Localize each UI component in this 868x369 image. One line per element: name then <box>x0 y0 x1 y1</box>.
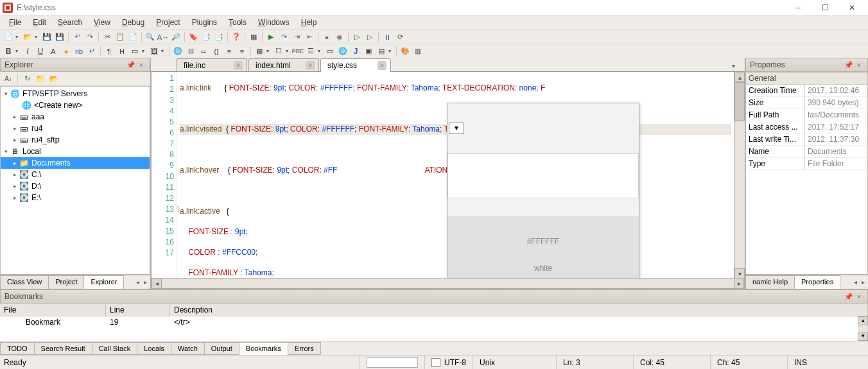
tree-drive-c[interactable]: ▸💽C:\ <box>1 169 150 180</box>
scroll-up-icon[interactable]: ▴ <box>734 72 745 82</box>
close-panel-icon[interactable]: × <box>137 60 146 69</box>
br-button[interactable]: ↵ <box>86 46 98 57</box>
stop-icon[interactable]: ⏸ <box>381 31 393 43</box>
replace-icon[interactable]: A↔ <box>157 31 169 43</box>
tree-ru4[interactable]: ▸🖴ru4 <box>1 123 150 134</box>
tree-create-new[interactable]: 🌐<Create new> <box>1 99 150 111</box>
color-button[interactable]: 🎨 <box>399 46 411 57</box>
bookmark-row[interactable]: Bookmark 19 </tr> <box>0 316 868 328</box>
scroll-down-icon[interactable]: ▾ <box>734 268 745 279</box>
restart-icon[interactable]: ⟳ <box>394 31 406 43</box>
tab-index-html[interactable]: index.html× <box>248 58 319 71</box>
script-button[interactable]: 🌐 <box>337 46 349 57</box>
new-file-dropdown[interactable]: ▾ <box>15 34 21 40</box>
play2-icon[interactable]: ▷ <box>364 31 376 43</box>
next-bookmark-icon[interactable]: 📑 <box>213 31 225 43</box>
open-dropdown[interactable]: ▾ <box>35 34 40 40</box>
step-into-icon[interactable]: ⇥ <box>291 31 302 43</box>
tree-documents[interactable]: ▸📁Documents <box>1 157 150 169</box>
heading-button[interactable]: H <box>116 46 128 57</box>
menu-windows[interactable]: Windows <box>253 17 295 28</box>
tab-todo[interactable]: TODO <box>0 342 35 355</box>
tab-scroll-right[interactable]: ▸ <box>859 279 867 286</box>
scroll-up-icon[interactable]: ▴ <box>858 316 868 325</box>
find-icon[interactable]: 🔍 <box>144 31 156 43</box>
undo-icon[interactable]: ↶ <box>71 31 83 43</box>
menu-project[interactable]: Project <box>151 17 185 28</box>
menu-view[interactable]: View <box>89 17 116 28</box>
folder-icon[interactable]: 📁 <box>35 73 46 85</box>
copy-icon[interactable]: 📋 <box>114 31 126 43</box>
paste-icon[interactable]: 📄 <box>127 31 139 43</box>
close-tab-icon[interactable]: × <box>234 61 243 70</box>
prop-row-full-path[interactable]: Full Pathtas/Documents <box>746 109 867 121</box>
tab-scroll-right[interactable]: ▸ <box>141 279 149 286</box>
find-in-files-icon[interactable]: 🔎 <box>170 31 182 43</box>
tab-output[interactable]: Output <box>204 342 239 355</box>
anchor-button[interactable]: ⊟ <box>185 46 196 57</box>
menu-help[interactable]: Help <box>296 17 322 28</box>
code-content[interactable]: a.link:link { FONT-SIZE: 9pt; COLOR: #FF… <box>177 72 734 278</box>
nbsp-button[interactable]: nb <box>73 46 85 57</box>
tab-class-view[interactable]: Class View <box>0 275 49 289</box>
align-left-button[interactable]: ≡ <box>223 46 235 57</box>
close-panel-icon[interactable]: × <box>855 60 864 69</box>
menu-search[interactable]: Search <box>53 17 87 28</box>
close-panel-icon[interactable]: × <box>855 292 864 301</box>
grid-icon[interactable]: ▦ <box>248 31 259 43</box>
step-out-icon[interactable]: ⇤ <box>304 31 315 43</box>
pin-icon[interactable]: 📌 <box>126 60 135 69</box>
redo-icon[interactable]: ↷ <box>84 31 96 43</box>
prop-row-last-write[interactable]: Last write Ti...2012, 11:37:30 <box>746 133 867 146</box>
sort-icon[interactable]: A↓ <box>3 73 14 85</box>
open-icon[interactable]: 📂 <box>22 31 33 43</box>
image-button[interactable]: 🖼 <box>148 46 160 57</box>
align-center-button[interactable]: ≡ <box>236 46 248 57</box>
pre-button[interactable]: PRE <box>292 46 304 57</box>
tree-drive-d[interactable]: ▸💽D:\ <box>1 180 150 192</box>
help-icon[interactable]: ❓ <box>230 31 242 43</box>
js-button[interactable]: J <box>350 46 361 57</box>
hr-button[interactable]: ═ <box>198 46 209 57</box>
link-button[interactable]: 🌐 <box>172 46 184 57</box>
col-file[interactable]: File <box>0 304 106 316</box>
div-button[interactable]: ▭ <box>129 46 141 57</box>
save-icon[interactable]: 💾 <box>41 31 53 43</box>
menu-tools[interactable]: Tools <box>223 17 252 28</box>
layout-button[interactable]: ▥ <box>412 46 424 57</box>
close-tab-icon[interactable]: × <box>378 61 386 70</box>
tab-file-inc[interactable]: file.inc× <box>177 58 247 71</box>
breakpoint-icon[interactable]: ● <box>321 31 333 43</box>
underline-button[interactable]: U <box>35 46 46 57</box>
prop-row-last-access[interactable]: Last access ...2017, 17:52:17 <box>746 121 867 133</box>
tab-style-css[interactable]: style.css× <box>320 58 391 72</box>
color-combo[interactable]: ▼ <box>449 123 464 134</box>
col-line[interactable]: Line <box>106 304 170 316</box>
pin-icon[interactable]: 📌 <box>844 292 853 301</box>
menu-edit[interactable]: Edit <box>28 17 51 28</box>
tab-watch[interactable]: Watch <box>171 342 205 355</box>
meta-button[interactable]: ▤ <box>376 46 387 57</box>
paragraph-button[interactable]: ¶ <box>103 46 115 57</box>
status-checkbox[interactable] <box>431 358 440 367</box>
editor-hscroll[interactable]: ◂ ▸ <box>151 279 745 289</box>
close-button[interactable]: ✕ <box>838 1 865 15</box>
prop-row-type[interactable]: TypeFile Folder <box>746 158 867 170</box>
menu-file[interactable]: File <box>4 17 26 28</box>
frame-button[interactable]: ▭ <box>324 46 336 57</box>
bookmarks-vscroll[interactable]: ▴ ▾ <box>858 316 868 341</box>
tab-explorer[interactable]: Explorer <box>83 275 124 289</box>
menu-plugins[interactable]: Plugins <box>187 17 222 28</box>
tab-dynamic-help[interactable]: namic Help <box>745 275 795 289</box>
table-button[interactable]: ▦ <box>254 46 265 57</box>
fold-icon[interactable]: - <box>177 206 178 212</box>
tab-project[interactable]: Project <box>48 275 84 289</box>
breakpoints-icon[interactable]: ◉ <box>334 31 345 43</box>
maximize-button[interactable]: ☐ <box>812 1 838 15</box>
tab-menu-icon[interactable]: ▾ <box>732 62 741 71</box>
tab-errors[interactable]: Errors <box>288 342 321 355</box>
editor-vscroll[interactable]: ▴ ▾ <box>734 72 745 279</box>
tab-call-stack[interactable]: Call Stack <box>92 342 138 355</box>
form-button[interactable]: ☐ <box>273 46 284 57</box>
menu-debug[interactable]: Debug <box>117 17 150 28</box>
